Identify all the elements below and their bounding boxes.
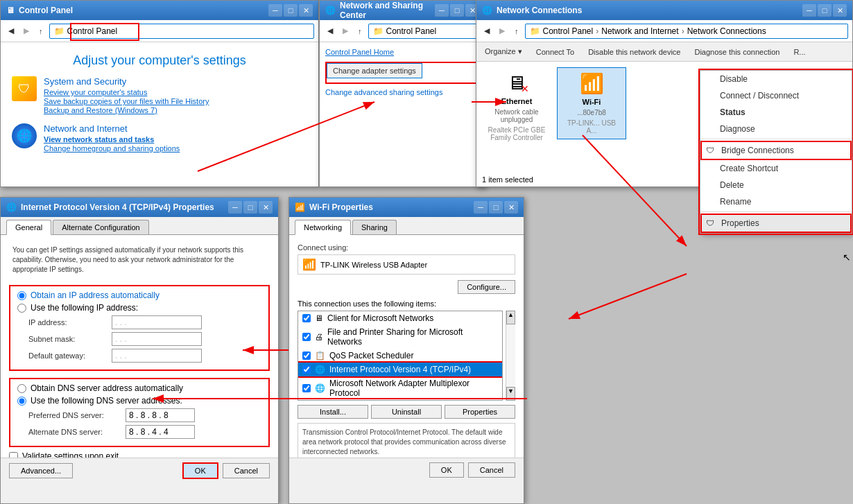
- security-title[interactable]: System and Security: [44, 76, 209, 87]
- ctx-rename[interactable]: Rename: [700, 193, 852, 210]
- nc-back-btn[interactable]: ◀: [481, 24, 493, 37]
- cp-back-btn[interactable]: ◀: [5, 24, 17, 37]
- wfp-item-1[interactable]: 🖨 File and Printer Sharing for Microsoft…: [298, 325, 502, 349]
- wfp-uninstall-btn[interactable]: Uninstall: [371, 405, 442, 419]
- nasc-up-btn[interactable]: ↑: [354, 25, 365, 37]
- organize-btn[interactable]: Organize ▾: [482, 46, 525, 58]
- wfp-check-4[interactable]: [302, 384, 311, 392]
- nc-address-path[interactable]: 📁 Control Panel › Network and Internet ›…: [525, 24, 849, 39]
- security-link2[interactable]: Save backup copies of your files with Fi…: [44, 97, 209, 105]
- ipv4-minimize-btn[interactable]: ─: [228, 201, 242, 214]
- rename-btn[interactable]: R...: [791, 46, 808, 58]
- wfp-item-2[interactable]: 📋 QoS Packet Scheduler: [298, 349, 502, 363]
- ipv4-tab-general[interactable]: General: [6, 220, 51, 235]
- ipv4-advanced-btn[interactable]: Advanced...: [9, 463, 73, 478]
- wfp-minimize-btn[interactable]: ─: [474, 201, 488, 214]
- auto-dns-radio[interactable]: [17, 384, 26, 393]
- wfp-icon-3: 🌐: [315, 365, 325, 374]
- wfp-scrollbar[interactable]: ▲ ▼: [506, 311, 515, 401]
- nasc-maximize-btn[interactable]: □: [450, 4, 464, 17]
- wfp-ok-btn[interactable]: OK: [429, 462, 464, 478]
- ctx-diagnose[interactable]: Diagnose: [700, 121, 852, 137]
- gateway-input[interactable]: . . .: [112, 349, 202, 363]
- cp-address-path[interactable]: 📁 Control Panel: [49, 24, 315, 39]
- ctx-connect[interactable]: Connect / Disconnect: [700, 87, 852, 104]
- nasc-path-icon: 📁: [373, 26, 384, 36]
- wfp-item-3[interactable]: 🌐 Internet Protocol Version 4 (TCP/IPv4): [298, 363, 502, 376]
- wfp-tab-sharing[interactable]: Sharing: [352, 220, 397, 234]
- wfp-check-0[interactable]: [302, 314, 311, 322]
- wifi-icon: 📶: [580, 72, 604, 95]
- wfp-item-4[interactable]: 🌐 Microsoft Network Adapter Multiplexor …: [298, 376, 502, 400]
- ipv4-maximize-btn[interactable]: □: [243, 201, 257, 214]
- subnet-input[interactable]: . . .: [112, 332, 202, 346]
- nc-toolbar: Organize ▾ Connect To Disable this netwo…: [476, 42, 852, 62]
- wfp-properties-btn[interactable]: Properties: [445, 405, 515, 419]
- wfp-tab-networking[interactable]: Networking: [295, 220, 351, 235]
- alternate-dns-input[interactable]: 8 . 8 . 4 . 4: [126, 425, 195, 439]
- wfp-check-2[interactable]: [302, 351, 311, 360]
- nc-minimize-btn[interactable]: ─: [802, 4, 816, 17]
- wfp-check-3[interactable]: [302, 365, 311, 374]
- nasc-forward-btn[interactable]: ▶: [339, 24, 352, 37]
- cp-close-btn[interactable]: ✕: [299, 4, 313, 17]
- nc-maximize-btn[interactable]: □: [818, 4, 832, 17]
- nc-forward-btn[interactable]: ▶: [496, 24, 508, 37]
- network-link1[interactable]: View network status and tasks: [44, 135, 180, 144]
- scroll-up-btn[interactable]: ▲: [506, 311, 515, 324]
- nasc-home-link[interactable]: Control Panel Home: [325, 48, 479, 56]
- diagnose-btn[interactable]: Diagnose this connection: [691, 46, 782, 58]
- manual-ip-radio[interactable]: [17, 304, 26, 313]
- nc-close-btn[interactable]: ✕: [833, 4, 847, 17]
- cp-up-btn[interactable]: ↑: [35, 25, 46, 37]
- wifi-name: Wi-Fi: [583, 98, 601, 106]
- cp-minimize-btn[interactable]: ─: [268, 4, 282, 17]
- ip-address-input[interactable]: . . .: [112, 315, 202, 329]
- ctx-bridge[interactable]: 🛡 Bridge Connections: [700, 141, 852, 160]
- nasc-back-btn[interactable]: ◀: [324, 24, 336, 37]
- change-advanced-link[interactable]: Change advanced sharing settings: [325, 88, 479, 96]
- nc-up-btn[interactable]: ↑: [511, 25, 522, 37]
- nasc-minimize-btn[interactable]: ─: [435, 4, 449, 17]
- change-adapter-btn[interactable]: Change adapter settings: [327, 63, 422, 78]
- ctx-disable[interactable]: Disable: [700, 71, 852, 87]
- ctx-rename-label: Rename: [720, 197, 751, 207]
- wfp-item-5[interactable]: 🌐 Microsoft LLDP Protocol Driver: [298, 400, 502, 401]
- ctx-shortcut[interactable]: Create Shortcut: [700, 160, 852, 177]
- wifi-properties-window: 📶 Wi-Fi Properties ─ □ ✕ Networking Shar…: [288, 197, 524, 504]
- ctx-status-label: Status: [720, 107, 746, 117]
- security-link3[interactable]: Backup and Restore (Windows 7): [44, 106, 209, 114]
- wfp-close-btn[interactable]: ✕: [504, 201, 518, 214]
- ipv4-close-btn[interactable]: ✕: [259, 201, 273, 214]
- ctx-properties[interactable]: 🛡 Properties: [700, 214, 852, 233]
- connect-to-btn[interactable]: Connect To: [533, 46, 577, 58]
- manual-dns-radio[interactable]: [17, 397, 26, 406]
- wfp-maximize-btn[interactable]: □: [489, 201, 503, 214]
- cp-forward-btn[interactable]: ▶: [20, 24, 33, 37]
- wifi-item[interactable]: 📶 Wi-Fi ...80e7b8 TP-LINK... USB A...: [557, 67, 626, 139]
- wfp-install-btn[interactable]: Install...: [298, 405, 368, 419]
- network-link2[interactable]: Change homegroup and sharing options: [44, 144, 180, 153]
- disable-device-btn[interactable]: Disable this network device: [585, 46, 683, 58]
- ethernet-item[interactable]: 🖥 ✕ Ethernet Network cable unplugged Rea…: [482, 67, 551, 146]
- alternate-dns-label: Alternate DNS server:: [28, 428, 126, 436]
- security-link1[interactable]: Review your computer's status: [44, 88, 209, 96]
- wfp-icon-0: 🖥: [315, 313, 323, 323]
- network-title[interactable]: Network and Internet: [44, 123, 180, 134]
- configure-btn[interactable]: Configure...: [458, 280, 515, 294]
- wfp-check-1[interactable]: [302, 333, 311, 341]
- ctx-delete[interactable]: Delete: [700, 177, 852, 193]
- ipv4-cancel-btn[interactable]: Cancel: [223, 463, 270, 478]
- wfp-item-0[interactable]: 🖥 Client for Microsoft Networks: [298, 311, 502, 325]
- cp-maximize-btn[interactable]: □: [284, 4, 298, 17]
- wfp-cancel-btn[interactable]: Cancel: [468, 462, 515, 478]
- scroll-down-btn[interactable]: ▼: [506, 387, 515, 401]
- ipv4-tab-alternate[interactable]: Alternate Configuration: [53, 220, 149, 234]
- nasc-address-path[interactable]: 📁 Control Panel: [368, 24, 481, 39]
- validate-checkbox[interactable]: [9, 452, 18, 458]
- ctx-status[interactable]: Status: [700, 104, 852, 121]
- ip-address-row: IP address: . . .: [17, 315, 261, 329]
- preferred-dns-input[interactable]: 8 . 8 . 8 . 8: [126, 408, 195, 422]
- auto-ip-radio[interactable]: [17, 291, 26, 300]
- ipv4-ok-btn[interactable]: OK: [182, 462, 218, 479]
